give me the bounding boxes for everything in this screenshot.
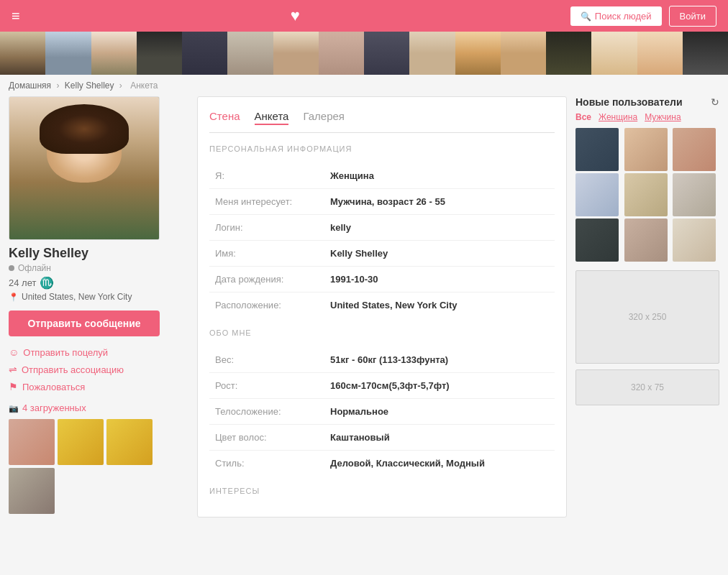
filter-men[interactable]: Мужчина	[645, 112, 681, 122]
thumb-1[interactable]	[9, 419, 55, 465]
row-label: Расположение:	[209, 293, 324, 318]
thumb-2[interactable]	[58, 419, 104, 465]
thumb-4[interactable]	[9, 468, 55, 514]
profile-name: Kelly Shelley	[9, 246, 188, 261]
table-row: Рост:160см-170см(5,3фт-5,7фт)	[209, 373, 555, 399]
strip-photo-3[interactable]	[91, 32, 137, 75]
tab-gallery[interactable]: Галерея	[303, 109, 345, 125]
profile-tabs: Стена Анкета Галерея	[209, 109, 555, 133]
interests-section-title: ИНТЕРЕСЫ	[209, 487, 555, 495]
complaint-link[interactable]: Пожаловаться	[9, 381, 188, 392]
table-row: Имя:Kelly Shelley	[209, 241, 555, 267]
strip-photo-10[interactable]	[409, 32, 455, 75]
row-label: Меня интересует:	[209, 189, 324, 215]
table-row: Логин:kelly	[209, 215, 555, 241]
main-container: Kelly Shelley Офлайн 24 лет ♏ United Sta…	[0, 96, 728, 526]
row-value: Женщина	[324, 163, 555, 189]
strip-photo-15[interactable]	[637, 32, 683, 75]
new-user-6[interactable]	[673, 173, 716, 216]
send-kiss-link[interactable]: Отправить поцелуй	[9, 346, 188, 358]
refresh-icon[interactable]: ↻	[711, 96, 719, 108]
row-label: Логин:	[209, 215, 324, 241]
table-row: Меня интересует:Мужчина, возраст 26 - 55	[209, 189, 555, 215]
new-user-2[interactable]	[624, 128, 668, 171]
row-label: Рост:	[209, 373, 324, 399]
row-value: Деловой, Классический, Модный	[324, 451, 555, 477]
logo-heart: ♥	[291, 6, 300, 25]
send-message-button[interactable]: Отправить сообщение	[9, 310, 160, 336]
search-people-button[interactable]: Поиск людей	[570, 6, 662, 26]
row-label: Имя:	[209, 241, 324, 267]
photo-count: 4 загруженных	[9, 402, 188, 413]
thumbnail-grid	[9, 419, 188, 465]
flag-icon	[9, 381, 18, 392]
strip-photo-12[interactable]	[501, 32, 546, 75]
table-row: Вес:51кг - 60кг (113-133фунта)	[209, 347, 555, 373]
new-users-filters: Все Женщина Мужчина	[575, 112, 719, 122]
breadcrumb-home[interactable]: Домашняя	[9, 80, 51, 91]
new-user-3[interactable]	[673, 128, 716, 171]
filter-all[interactable]: Все	[575, 112, 591, 122]
header-actions: Поиск людей Войти	[570, 6, 716, 27]
row-value: 160см-170см(5,3фт-5,7фт)	[324, 373, 555, 399]
breadcrumb-user[interactable]: Kelly Shelley	[65, 80, 114, 91]
about-me-table: Вес:51кг - 60кг (113-133фунта)Рост:160см…	[209, 347, 555, 476]
tab-anketa[interactable]: Анкета	[255, 109, 289, 125]
strip-photo-14[interactable]	[591, 32, 637, 75]
association-icon	[9, 364, 17, 375]
login-button[interactable]: Войти	[669, 6, 716, 27]
row-value: 1991-10-30	[324, 267, 555, 293]
table-row: Дата рождения:1991-10-30	[209, 267, 555, 293]
strip-photo-1[interactable]	[0, 32, 45, 75]
row-label: Цвет волос:	[209, 425, 324, 451]
strip-photo-8[interactable]	[319, 32, 364, 75]
row-value: Нормальное	[324, 399, 555, 425]
strip-photo-9[interactable]	[364, 32, 409, 75]
profile-status: Офлайн	[9, 263, 188, 273]
personal-info-table: Я:ЖенщинаМеня интересует:Мужчина, возрас…	[209, 163, 555, 318]
profile-age: 24 лет ♏	[9, 276, 188, 290]
row-value: Kelly Shelley	[324, 241, 555, 267]
profile-content: Стена Анкета Галерея ПЕРСОНАЛЬНАЯ ИНФОРМ…	[197, 96, 567, 518]
strip-photo-13[interactable]	[546, 32, 591, 75]
row-label: Дата рождения:	[209, 267, 324, 293]
strip-photo-7[interactable]	[273, 32, 319, 75]
table-row: Цвет волос:Каштановый	[209, 425, 555, 451]
new-users-title: Новые пользователи	[575, 96, 683, 108]
header: ♥ Поиск людей Войти	[0, 0, 728, 32]
status-indicator	[9, 265, 14, 271]
new-user-1[interactable]	[575, 128, 619, 171]
menu-icon[interactable]	[12, 8, 20, 24]
tab-wall[interactable]: Стена	[209, 109, 240, 125]
table-row: Стиль:Деловой, Классический, Модный	[209, 451, 555, 477]
new-user-8[interactable]	[624, 218, 668, 262]
photo-strip	[0, 32, 728, 75]
new-user-4[interactable]	[575, 173, 619, 216]
about-me-section-title: ОБО МНЕ	[209, 328, 555, 337]
strip-photo-6[interactable]	[227, 32, 273, 75]
profile-location: United States, New York City	[9, 292, 188, 302]
row-value: 51кг - 60кг (113-133фунта)	[324, 347, 555, 373]
row-label: Телосложение:	[209, 399, 324, 425]
new-users-grid	[575, 128, 719, 262]
strip-photo-11[interactable]	[455, 32, 501, 75]
row-value: United States, New York City	[324, 293, 555, 318]
strip-photo-4[interactable]	[137, 32, 182, 75]
kiss-icon	[9, 346, 19, 358]
personal-info-section-title: ПЕРСОНАЛЬНАЯ ИНФОРМАЦИЯ	[209, 144, 555, 153]
filter-women[interactable]: Женщина	[599, 112, 637, 122]
row-value: Каштановый	[324, 425, 555, 451]
strip-photo-2[interactable]	[45, 32, 91, 75]
action-links: Отправить поцелуй Отправить ассоциацию П…	[9, 346, 188, 392]
send-association-link[interactable]: Отправить ассоциацию	[9, 364, 188, 375]
breadcrumb: Домашняя › Kelly Shelley › Анкета	[0, 75, 728, 96]
new-user-5[interactable]	[624, 173, 668, 216]
new-user-9[interactable]	[673, 218, 716, 262]
pin-icon	[9, 292, 19, 302]
strip-photo-5[interactable]	[182, 32, 227, 75]
new-user-7[interactable]	[575, 218, 619, 262]
ad-small: 320 x 75	[575, 369, 719, 405]
thumb-3[interactable]	[106, 419, 153, 465]
new-users-header: Новые пользователи ↻	[575, 96, 719, 108]
strip-photo-16[interactable]	[683, 32, 728, 75]
